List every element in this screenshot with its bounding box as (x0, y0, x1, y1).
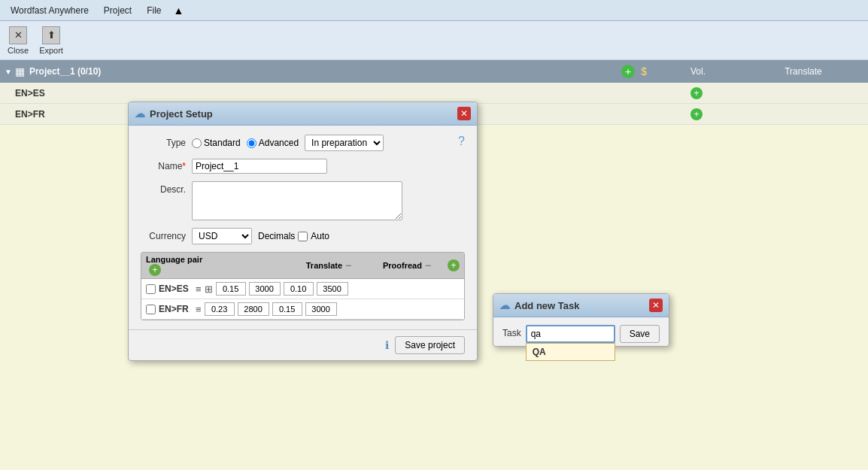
help-icon[interactable]: ? (458, 135, 465, 148)
en-es-label: EN>ES (159, 284, 193, 294)
task-input-wrapper: QA (526, 325, 615, 343)
save-project-button[interactable]: Save project (395, 336, 465, 354)
en-es-proofread-rate[interactable] (284, 282, 314, 296)
decimals-label: Decimals (258, 231, 295, 241)
standard-radio[interactable] (192, 138, 202, 148)
currency-select[interactable]: USD EUR GBP (192, 228, 252, 244)
desc-row: Descr. (141, 181, 465, 220)
menu-wordfast[interactable]: Wordfast Anywhere (3, 2, 96, 19)
lang-pair-row-en-fr: EN>FR ≡ (141, 299, 464, 320)
advanced-option[interactable]: Advanced (247, 138, 299, 148)
type-label: Type (141, 138, 186, 148)
info-icon: ℹ (385, 339, 389, 351)
type-row: Type Standard Advanced In preparation (141, 135, 458, 151)
advanced-radio[interactable] (247, 138, 256, 148)
dropdown-item-qa[interactable]: QA (527, 344, 615, 360)
task-input-row: Task QA Save (493, 317, 669, 346)
task-label: Task (502, 325, 521, 338)
menu-project[interactable]: Project (96, 2, 139, 19)
proofread-minus-button[interactable]: − (425, 259, 431, 271)
export-icon: ⬆ (42, 26, 60, 44)
en-es-translate-vol[interactable] (249, 282, 281, 296)
lang-pair-col-header: Language pair + (146, 255, 288, 276)
proofread-col-header: Proofread (383, 261, 422, 270)
en-es-settings-icon[interactable]: ⊞ (205, 284, 213, 295)
en-fr-proofread-rate[interactable] (272, 302, 302, 316)
project-setup-close-button[interactable]: ✕ (457, 107, 471, 120)
project-setup-titlebar: ☁ Project Setup ✕ (129, 102, 477, 126)
menu-file[interactable]: File (139, 2, 168, 19)
add-task-title-group: ☁ Add new Task (499, 299, 579, 311)
task-dropdown: QA (526, 343, 615, 361)
auto-label: Auto (311, 231, 329, 241)
project-setup-body: ? Type Standard Advanced (129, 126, 477, 329)
main-area: ▼ ▦ Project__1 (0/10) + $ Vol. Translate… (0, 60, 868, 470)
en-fr-proofread-vol[interactable] (305, 302, 337, 316)
currency-row: Currency USD EUR GBP Decimals Auto (141, 228, 465, 244)
lang-table-header: Language pair + Translate − Proofread − … (141, 253, 464, 279)
name-label: Name* (141, 161, 186, 171)
add-task-close-button[interactable]: ✕ (649, 299, 663, 312)
project-setup-footer: ℹ Save project (129, 329, 477, 360)
add-task-titlebar: ☁ Add new Task ✕ (493, 294, 669, 317)
en-fr-translate-rate[interactable] (205, 302, 235, 316)
dialog-overlay: ☁ Project Setup ✕ ? Type Standard (0, 60, 868, 470)
project-setup-title: Project Setup (150, 108, 213, 120)
en-es-checkbox[interactable] (146, 284, 156, 294)
close-label: Close (8, 46, 29, 55)
project-setup-dialog: ☁ Project Setup ✕ ? Type Standard (128, 102, 478, 361)
status-select[interactable]: In preparation Active Completed (305, 135, 384, 151)
close-button[interactable]: ✕ Close (8, 26, 29, 55)
lang-pair-row-en-es: EN>ES ≡ ⊞ (141, 279, 464, 299)
export-button[interactable]: ⬆ Export (39, 26, 63, 55)
standard-option[interactable]: Standard (192, 138, 241, 148)
add-lang-pair-button[interactable]: + (149, 264, 161, 276)
lang-pair-table: Language pair + Translate − Proofread − … (141, 252, 465, 320)
toolbar: ✕ Close ⬆ Export (0, 21, 868, 60)
desc-textarea[interactable] (192, 181, 402, 220)
add-task-dialog: ☁ Add new Task ✕ Task QA Save (493, 293, 669, 347)
decimals-group: Decimals Auto (258, 231, 329, 241)
desc-label: Descr. (141, 181, 186, 195)
auto-checkbox[interactable] (298, 232, 308, 241)
advanced-label: Advanced (259, 138, 299, 148)
en-fr-translate-vol[interactable] (238, 302, 269, 316)
menu-bar: Wordfast Anywhere Project File ▲ (0, 0, 868, 21)
en-es-proofread-vol[interactable] (317, 282, 348, 296)
name-row: Name* (141, 159, 465, 174)
export-label: Export (39, 46, 63, 55)
project-setup-title-group: ☁ Project Setup (135, 108, 213, 120)
currency-label: Currency (141, 231, 186, 241)
en-es-docs-icon[interactable]: ≡ (196, 284, 202, 295)
close-icon: ✕ (9, 26, 27, 44)
translate-minus-button[interactable]: − (345, 259, 351, 271)
translate-col-header: Translate (306, 261, 342, 270)
standard-label: Standard (204, 138, 241, 148)
en-fr-label: EN>FR (159, 304, 193, 314)
type-radio-group: Standard Advanced In preparation Active … (192, 135, 384, 151)
task-save-button[interactable]: Save (620, 325, 660, 343)
add-task-cloud-icon: ☁ (499, 299, 510, 311)
collapse-icon[interactable]: ▲ (169, 2, 189, 20)
add-col-button[interactable]: + (448, 259, 460, 271)
task-text-input[interactable] (526, 325, 615, 343)
cloud-icon: ☁ (135, 108, 145, 120)
en-es-translate-rate[interactable] (216, 282, 246, 296)
en-fr-docs-icon[interactable]: ≡ (196, 304, 202, 315)
en-fr-checkbox[interactable] (146, 305, 156, 314)
name-input[interactable] (192, 159, 327, 174)
add-task-title: Add new Task (514, 300, 579, 311)
